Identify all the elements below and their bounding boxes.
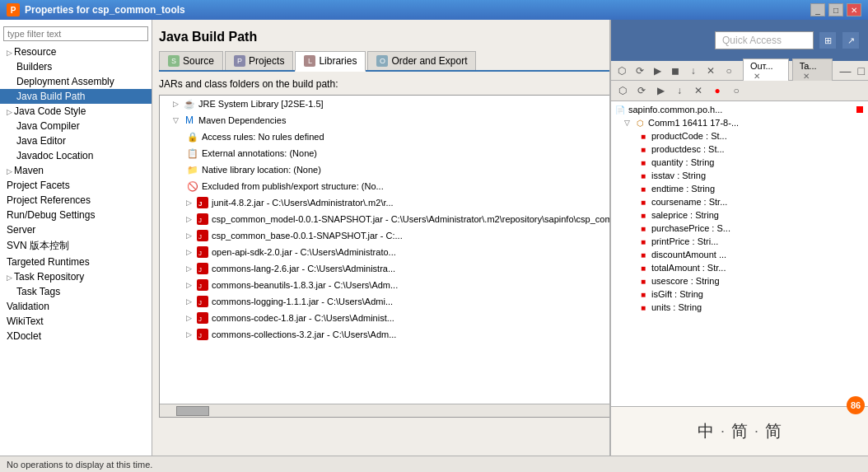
tab-order-export[interactable]: O Order and Export <box>367 51 476 70</box>
tree-toolbar-btn-7[interactable]: ○ <box>728 82 744 99</box>
tree-toolbar-btn-4[interactable]: ↓ <box>671 82 688 99</box>
eclipse-header: Quick Access ⊞ ↗ <box>611 20 868 61</box>
panel-maximize[interactable]: □ <box>857 64 864 77</box>
tree-units[interactable]: ■ units : String <box>611 301 868 314</box>
panel-toolbar-btn-4[interactable]: ◼ <box>668 63 683 79</box>
sidebar-item-javadoc-location[interactable]: Javadoc Location <box>0 148 152 163</box>
right-panel-wrapper: Quick Access ⊞ ↗ ⬡ ⟳ ▶ ◼ ↓ ✕ ○ Ouт... <box>609 20 868 456</box>
filter-input[interactable] <box>3 26 148 41</box>
tree-item-maven-label: Maven Dependencies <box>198 115 286 125</box>
eclipse-toolbar-btn-2[interactable]: ↗ <box>842 31 860 49</box>
sidebar-item-project-facets[interactable]: Project Facets <box>0 178 152 193</box>
close-out-tab[interactable]: ✕ <box>754 72 760 81</box>
maven-expand: ▽ <box>173 116 179 124</box>
tab-projects[interactable]: P Projects <box>225 51 293 70</box>
libraries-tab-icon: L <box>304 55 315 67</box>
minimize-button[interactable]: _ <box>810 3 825 16</box>
tab-libraries[interactable]: L Libraries <box>295 51 366 72</box>
scroll-thumb[interactable] <box>176 406 209 416</box>
maximize-button[interactable]: □ <box>828 3 843 16</box>
tree-sapinfo-label: sapinfo.common.po.h... <box>628 105 722 114</box>
eclipse-toolbar-btn-1[interactable]: ⊞ <box>819 31 837 49</box>
tree-purchaseprice[interactable]: ■ purchasePrice : S... <box>611 222 868 235</box>
tree-isgift[interactable]: ■ isGift : String <box>611 287 868 301</box>
tab-source[interactable]: S Source <box>159 51 223 70</box>
sidebar-item-svn[interactable]: SVN 版本控制 <box>0 237 152 255</box>
chinese-char-zhong: 中 <box>698 420 714 442</box>
maven-icon: M <box>183 114 196 127</box>
chinese-char-jian-1: 简 <box>731 420 748 442</box>
close-button[interactable]: ✕ <box>847 3 861 16</box>
sidebar-item-java-build-path[interactable]: Java Build Path <box>0 89 152 104</box>
tree-item-commons-log-label: commons-logging-1.1.1.jar - C:\Users\Adm… <box>212 297 393 306</box>
tree-item-commons-coll-label: commons-collections-3.2.jar - C:\Users\A… <box>212 329 396 339</box>
tree-endtime[interactable]: ■ endtime : String <box>611 182 868 195</box>
eclipse-panel-header: ⬡ ⟳ ▶ ◼ ↓ ✕ ○ Ouт... ✕ Ta... ✕ <box>611 61 868 81</box>
panel-toolbar-btn-6[interactable]: ✕ <box>704 63 719 79</box>
tree-productdesc[interactable]: ■ productdesc : St... <box>611 143 868 156</box>
sidebar-item-targeted-runtimes[interactable]: Targeted Runtimes <box>0 255 152 269</box>
svg-text:J: J <box>198 315 202 323</box>
productcode-icon: ■ <box>637 130 649 142</box>
tree-productcode[interactable]: ■ productCode : St... <box>611 129 868 143</box>
tree-saleprice[interactable]: ■ saleprice : String <box>611 208 868 222</box>
sidebar-item-server[interactable]: Server <box>0 222 152 237</box>
panel-toolbar-btn-3[interactable]: ▶ <box>650 63 665 79</box>
close-ta-tab[interactable]: ✕ <box>803 72 810 81</box>
eclipse-tab-ta[interactable]: Ta... ✕ <box>792 58 833 82</box>
tree-item-csp-base-label: csp_common_base-0.0.1-SNAPSHOT.jar - C:.… <box>212 231 403 241</box>
excluded-icon: 🚫 <box>186 180 199 193</box>
tree-comm1[interactable]: ▽ ⬡ Comm1 16411 17-8-... <box>611 116 868 129</box>
tree-comm1-label: Comm1 16411 17-8-... <box>648 118 739 128</box>
quick-access-input[interactable]: Quick Access <box>715 31 814 49</box>
tree-toolbar-btn-6[interactable]: ● <box>709 82 726 99</box>
sidebar-item-task-repository[interactable]: ▷Task Repository <box>0 269 152 284</box>
tree-discountamount[interactable]: ■ discountAmount ... <box>611 248 868 261</box>
sidebar-item-validation[interactable]: Validation <box>0 299 152 314</box>
tab-source-label: Source <box>183 55 214 67</box>
tree-item-commons-bean-label: commons-beanutils-1.8.3.jar - C:\Users\A… <box>212 280 398 290</box>
sidebar-item-builders[interactable]: Builders <box>0 59 152 74</box>
tree-usescore[interactable]: ■ usescore : String <box>611 274 868 287</box>
junit-icon: J <box>196 196 209 209</box>
source-tab-icon: S <box>168 55 180 67</box>
tree-sapinfo[interactable]: 📄 sapinfo.common.po.h... <box>611 103 868 116</box>
tree-totalamount[interactable]: ■ totalAmount : Str... <box>611 261 868 274</box>
notification-badge: 86 <box>847 396 865 414</box>
sidebar-item-java-compiler[interactable]: Java Compiler <box>0 119 152 133</box>
sidebar-item-java-code-style[interactable]: ▷Java Code Style <box>0 104 152 119</box>
eclipse-tree[interactable]: 📄 sapinfo.common.po.h... ▽ ⬡ Comm1 16411… <box>611 101 868 406</box>
tree-item-native-label: Native library location: (None) <box>202 165 321 175</box>
status-text: No operations to display at this time. <box>7 460 152 470</box>
chinese-input-panel: 中 · 简 · 简 <box>611 406 868 456</box>
panel-toolbar-btn-1[interactable]: ⬡ <box>614 63 629 79</box>
panel-toolbar-btn-5[interactable]: ↓ <box>686 63 701 79</box>
tree-quantity[interactable]: ■ quantity : String <box>611 156 868 169</box>
window-icon: P <box>7 3 20 16</box>
tree-printprice[interactable]: ■ printPrice : Stri... <box>611 235 868 248</box>
eclipse-tab-out[interactable]: Ouт... ✕ <box>743 58 789 82</box>
panel-toolbar-btn-7[interactable]: ○ <box>721 63 736 79</box>
sidebar-item-wikitext[interactable]: WikiText <box>0 314 152 329</box>
tree-isstav[interactable]: ■ isstav : String <box>611 169 868 182</box>
comm1-expand: ▽ <box>624 119 630 127</box>
sidebar-item-maven[interactable]: ▷Maven <box>0 163 152 178</box>
csp-model-expand: ▷ <box>186 215 192 223</box>
tree-coursename[interactable]: ■ coursename : Str... <box>611 195 868 208</box>
tree-toolbar-btn-5[interactable]: ✕ <box>690 82 707 99</box>
tree-toolbar-btn-2[interactable]: ⟳ <box>633 82 650 99</box>
panel-toolbar-btn-2[interactable]: ⟳ <box>632 63 647 79</box>
sidebar-item-xdoclet[interactable]: XDoclet <box>0 329 152 343</box>
sidebar-item-task-tags[interactable]: Task Tags <box>0 284 152 299</box>
status-bar: No operations to display at this time. <box>0 456 868 472</box>
sidebar-item-deployment-assembly[interactable]: Deployment Assembly <box>0 74 152 89</box>
usescore-icon: ■ <box>637 275 649 287</box>
tree-toolbar-btn-3[interactable]: ▶ <box>652 82 669 99</box>
tree-toolbar-btn-1[interactable]: ⬡ <box>614 82 631 99</box>
csp-base-expand: ▷ <box>186 231 192 240</box>
panel-minimize[interactable]: — <box>839 64 851 77</box>
sidebar-item-run-debug[interactable]: Run/Debug Settings <box>0 208 152 222</box>
sidebar-item-resource[interactable]: ▷Resource <box>0 44 152 59</box>
sidebar-item-project-references[interactable]: Project References <box>0 193 152 208</box>
sidebar-item-java-editor[interactable]: Java Editor <box>0 133 152 148</box>
